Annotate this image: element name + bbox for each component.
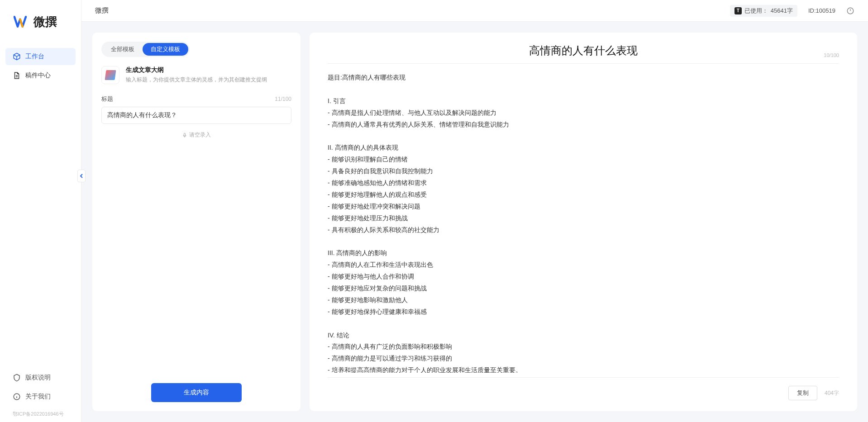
voice-input-button[interactable]: 请空录入 [101,131,291,139]
title-input[interactable] [101,107,291,124]
user-id: ID:100519 [808,7,835,14]
output-footer: 复制 404字 [328,382,839,400]
nav-item-label: 稿件中心 [25,71,51,80]
topbar: 微撰 T 已使用： 45641字 ID:100519 [81,0,868,22]
usage-label: 已使用： [744,7,768,15]
sidebar: 微撰 工作台 稿件中心 版权说明 关于我们 鄂ICP备2022016946号 [0,0,81,422]
shield-icon [13,374,21,382]
output-panel: 高情商的人有什么表现 10/100 题目:高情商的人有哪些表现 I. 引言 - … [310,33,857,411]
template-title: 生成文章大纲 [126,66,267,74]
logo-text: 微撰 [33,14,57,30]
content: 全部模板 自定义模板 生成文章大纲 输入标题，为你提供文章主体的灵感，并为其创建… [81,22,868,422]
svg-rect-2 [184,133,186,136]
nav-item-label: 工作台 [25,52,44,61]
nav-item-drafts[interactable]: 稿件中心 [5,67,76,84]
cube-icon [13,52,21,61]
logo: 微撰 [0,14,81,48]
input-panel: 全部模板 自定义模板 生成文章大纲 输入标题，为你提供文章主体的灵感，并为其创建… [92,33,300,411]
nav-item-label: 版权说明 [25,374,51,382]
power-icon[interactable] [846,7,854,15]
main: 微撰 T 已使用： 45641字 ID:100519 全部模板 自定义模板 [81,0,868,422]
template-tabs: 全部模板 自定义模板 [101,42,190,57]
copy-button[interactable]: 复制 [788,386,817,400]
output-title-count: 10/100 [824,52,839,58]
nav-item-workbench[interactable]: 工作台 [5,48,76,65]
template-card: 生成文章大纲 输入标题，为你提供文章主体的灵感，并为其创建推文提纲 [101,66,291,84]
tab-custom-templates[interactable]: 自定义模板 [143,43,188,56]
usage-badge: T 已使用： 45641字 [730,5,797,17]
title-field-label: 标题 [101,95,113,103]
chevron-left-icon [79,173,84,179]
nav-item-label: 关于我们 [25,393,51,401]
icp-text: 鄂ICP备2022016946号 [5,407,76,417]
template-icon [101,66,119,84]
info-icon [13,393,21,401]
nav-item-about[interactable]: 关于我们 [5,388,76,405]
text-count-icon: T [734,7,742,14]
output-title: 高情商的人有什么表现 [529,43,638,58]
page-title: 微撰 [95,6,109,15]
topbar-right: T 已使用： 45641字 ID:100519 [730,5,854,17]
document-icon [13,71,21,80]
output-body: 题目:高情商的人有哪些表现 I. 引言 - 高情商是指人们处理情绪、与他人互动以… [328,72,839,373]
logo-icon [14,14,30,30]
usage-value: 45641字 [771,7,793,15]
output-word-count: 404字 [825,389,839,397]
collapse-sidebar-button[interactable] [77,170,86,182]
sidebar-bottom: 版权说明 关于我们 鄂ICP备2022016946号 [0,369,81,417]
divider [328,377,839,378]
nav-item-copyright[interactable]: 版权说明 [5,369,76,386]
title-char-count: 11/100 [275,96,291,102]
divider [328,63,839,64]
voice-input-label: 请空录入 [189,131,211,139]
nav: 工作台 稿件中心 [0,48,81,369]
tab-all-templates[interactable]: 全部模板 [103,43,143,56]
microphone-icon [182,133,187,138]
template-desc: 输入标题，为你提供文章主体的灵感，并为其创建推文提纲 [126,76,267,84]
generate-button[interactable]: 生成内容 [151,383,242,402]
